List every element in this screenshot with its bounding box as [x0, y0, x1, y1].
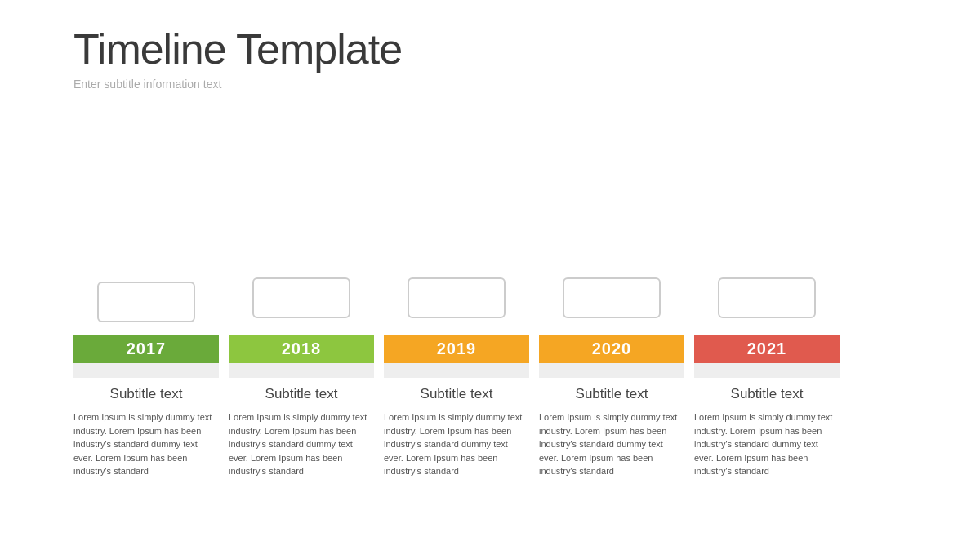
bracket-2018	[252, 278, 350, 318]
subtitle-2020: Subtitle text	[539, 386, 684, 402]
content-box-2018	[229, 363, 374, 378]
year-bar-2018: 2018	[229, 335, 374, 363]
timeline-item-2021: 2021 Subtitle text Lorem Ipsum is simply…	[694, 294, 840, 478]
content-box-2020	[539, 363, 684, 378]
header-subtitle: Enter subtitle information text	[74, 78, 402, 91]
bracket-2020	[563, 278, 661, 318]
year-bar-2019: 2019	[384, 335, 529, 363]
body-2018: Lorem Ipsum is simply dummy text industr…	[229, 411, 374, 478]
bracket-2019	[408, 278, 506, 318]
body-2019: Lorem Ipsum is simply dummy text industr…	[384, 411, 529, 478]
timeline-item-2020: 2020 Subtitle text Lorem Ipsum is simply…	[539, 253, 684, 478]
bracket-2017	[97, 282, 195, 322]
content-box-2017	[74, 363, 219, 378]
subtitle-2018: Subtitle text	[229, 386, 374, 402]
subtitle-2017: Subtitle text	[74, 386, 219, 402]
timeline-item-2019: 2019 Subtitle text Lorem Ipsum is simply…	[384, 208, 529, 478]
content-box-2019	[384, 363, 529, 378]
body-2017: Lorem Ipsum is simply dummy text industr…	[74, 411, 219, 478]
timeline-container: 2017 Subtitle text Lorem Ipsum is simply…	[74, 122, 947, 478]
timeline-item-2017: 2017 Subtitle text Lorem Ipsum is simply…	[74, 122, 219, 478]
body-2020: Lorem Ipsum is simply dummy text industr…	[539, 411, 684, 478]
subtitle-2019: Subtitle text	[384, 386, 529, 402]
year-bar-2017: 2017	[74, 335, 219, 363]
main-title: Timeline Template	[74, 26, 402, 73]
page-header: Timeline Template Enter subtitle informa…	[74, 26, 402, 91]
content-box-2021	[694, 363, 840, 378]
body-2021: Lorem Ipsum is simply dummy text industr…	[694, 411, 840, 478]
bracket-2021	[718, 278, 816, 318]
timeline-item-2018: 2018 Subtitle text Lorem Ipsum is simply…	[229, 163, 374, 478]
year-bar-2021: 2021	[694, 335, 840, 363]
year-bar-2020: 2020	[539, 335, 684, 363]
subtitle-2021: Subtitle text	[694, 386, 840, 402]
